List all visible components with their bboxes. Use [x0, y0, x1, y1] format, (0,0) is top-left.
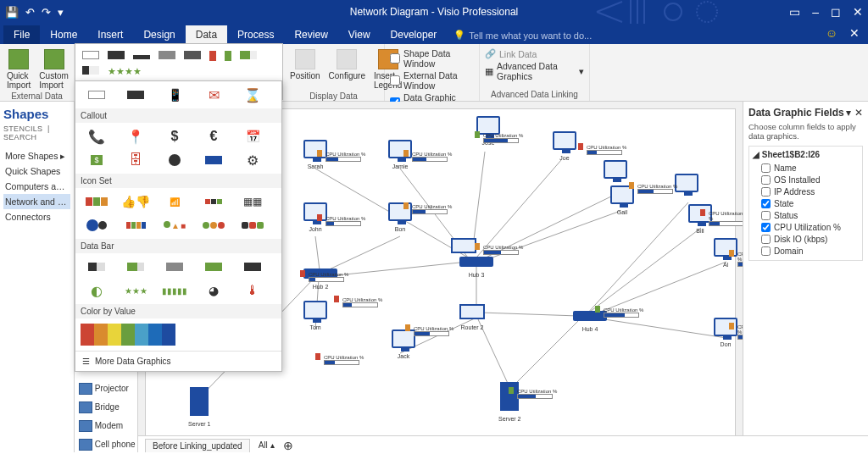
- node-Jack[interactable]: Jack: [392, 329, 415, 359]
- more-data-graphics[interactable]: ☰More Data Graphics: [75, 351, 281, 371]
- dgf-field-status[interactable]: Status: [753, 209, 859, 221]
- svg-line-19: [510, 321, 578, 389]
- dgf-field-os-installed[interactable]: OS Installed: [753, 174, 859, 185]
- stencil-projector[interactable]: Projector: [76, 379, 138, 398]
- dg-style-5[interactable]: [184, 51, 201, 59]
- tab-file[interactable]: File: [3, 25, 40, 44]
- add-sheet-icon[interactable]: ⊕: [283, 439, 293, 452]
- bulb-icon: 💡: [453, 30, 465, 41]
- cpu-databar: CPU Utilization %: [309, 272, 348, 282]
- ribbon-options-icon[interactable]: ▭: [789, 5, 800, 19]
- link-icon: 🔗: [485, 48, 496, 59]
- smiley-icon[interactable]: ☺: [826, 26, 837, 40]
- node-Server 1[interactable]: Server 1: [188, 387, 210, 427]
- tab-process[interactable]: Process: [227, 25, 284, 44]
- cpu-databar: CPU Utilization %: [412, 152, 452, 162]
- stencil-bridge[interactable]: Bridge: [76, 398, 138, 417]
- svg-line-13: [324, 236, 400, 272]
- dgf-dropdown-icon[interactable]: ▾: [846, 107, 851, 119]
- dgf-field-domain[interactable]: Domain: [753, 245, 859, 257]
- tab-home[interactable]: Home: [40, 25, 87, 44]
- node-Joe[interactable]: Joe: [553, 131, 576, 161]
- tell-me[interactable]: 💡Tell me what you want to do...: [453, 30, 592, 44]
- stars-icon[interactable]: ★★★★: [108, 66, 142, 77]
- dgf-root[interactable]: ◢ Sheet1$B2:I26: [753, 150, 859, 159]
- dgf-close-icon[interactable]: ✕: [854, 107, 863, 119]
- menubar: File Home Insert Design Data Process Rev…: [0, 24, 868, 44]
- window-title: Network Diagram - Visio Professional: [350, 6, 519, 18]
- more-shapes[interactable]: More Shapes ▸: [3, 148, 70, 163]
- data-graphic-fields-pane: ▾✕ Data Graphic Fields Choose column fie…: [743, 102, 868, 452]
- tab-developer[interactable]: Developer: [381, 25, 448, 44]
- dg-style-4[interactable]: [159, 51, 175, 59]
- shapes-pane: Shapes STENCILS | SEARCH More Shapes ▸ Q…: [0, 102, 75, 452]
- menubar-close-icon[interactable]: ✕: [849, 26, 860, 40]
- configure-button: Configure: [327, 47, 367, 91]
- node-Gail[interactable]: Gail: [610, 185, 634, 215]
- cpu-databar: CPU Utilization %: [483, 245, 523, 255]
- dg-style-1[interactable]: [82, 51, 99, 59]
- svg-line-12: [315, 236, 320, 270]
- flag-green-icon[interactable]: [225, 51, 231, 61]
- tab-view[interactable]: View: [338, 25, 381, 44]
- cpu-databar: CPU Utilization %: [709, 211, 743, 226]
- stencil-cell-phone[interactable]: Cell phone: [76, 435, 138, 454]
- node-John[interactable]: John: [303, 202, 327, 232]
- cpu-databar: CPU Utilization %: [587, 145, 626, 155]
- qat-more-icon[interactable]: ▾: [58, 6, 64, 19]
- node-rtr[interactable]: [451, 238, 476, 258]
- list-icon: ☰: [82, 357, 90, 366]
- dgf-field-state[interactable]: State: [753, 197, 859, 209]
- save-icon[interactable]: 💾: [5, 6, 19, 19]
- cpu-databar: CPU Utilization %: [342, 297, 382, 307]
- stencil-modem[interactable]: Modem: [76, 417, 138, 435]
- undo-icon[interactable]: ↶: [25, 6, 35, 19]
- dgf-field-name[interactable]: Name: [753, 162, 859, 174]
- tab-data[interactable]: Data: [186, 25, 227, 44]
- tab-design[interactable]: Design: [133, 25, 185, 44]
- flag-red-icon[interactable]: [209, 51, 216, 61]
- group-label-display-data: Display Data: [288, 91, 379, 101]
- dgf-field-disk-io-kbps-[interactable]: Disk IO (kbps): [753, 233, 859, 245]
- tab-review[interactable]: Review: [284, 25, 337, 44]
- dgf-field-ip-address[interactable]: IP Address: [753, 185, 859, 197]
- cpu-databar: CPU Utilization %: [517, 389, 557, 399]
- dgf-field-cpu-utilization-[interactable]: CPU Utilization %: [753, 221, 859, 233]
- svg-line-5: [476, 160, 561, 257]
- custom-import-button[interactable]: Custom Import: [37, 47, 70, 91]
- quick-shapes[interactable]: Quick Shapes: [3, 163, 70, 179]
- cpu-databar: CPU Utilization %: [637, 184, 677, 194]
- graphics-icon: ▦: [485, 66, 493, 76]
- section-callout: Callout: [75, 108, 281, 123]
- external-data-window-check[interactable]: External Data Window: [390, 69, 474, 91]
- node-Tom[interactable]: Tom: [303, 301, 327, 330]
- maximize-icon[interactable]: ◻: [831, 5, 841, 19]
- node-pc[interactable]: [675, 174, 698, 197]
- link-data-button: 🔗Link Data: [485, 47, 584, 60]
- cpu-databar: CPU Utilization %: [483, 133, 523, 143]
- node-Hub 4[interactable]: Hub 4: [573, 311, 607, 332]
- node-Sarah[interactable]: Sarah: [303, 140, 327, 169]
- tab-insert[interactable]: Insert: [87, 25, 133, 44]
- network-peripherals[interactable]: Network and Peripherals: [3, 194, 70, 209]
- shape-data-window-check[interactable]: Shape Data Window: [390, 47, 474, 69]
- quick-import-button[interactable]: Quick Import: [5, 47, 32, 91]
- minimize-icon[interactable]: –: [812, 5, 819, 19]
- dg-bar-2[interactable]: [82, 66, 99, 75]
- connectors[interactable]: Connectors: [3, 209, 70, 224]
- adv-data-graphics-button[interactable]: ▦Advanced Data Graphics ▾: [485, 60, 584, 82]
- node-pc[interactable]: [604, 160, 627, 184]
- cpu-databar: CPU Utilization %: [604, 307, 643, 318]
- node-Router 2[interactable]: Router 2: [459, 304, 485, 330]
- sheet-tab[interactable]: Before Linking_updated: [145, 439, 250, 452]
- redo-icon[interactable]: ↷: [42, 6, 51, 19]
- computers-monitors[interactable]: Computers and Monitors: [3, 179, 70, 194]
- dg-style-3[interactable]: [133, 51, 150, 59]
- data-graphics-dropdown: 📱 ✉ ⌛ Callout 📞 📍 $ € 📅 $ 🗄 ⚙ Icon Set 👍…: [75, 80, 282, 372]
- close-icon[interactable]: ✕: [853, 5, 863, 19]
- svg-line-9: [587, 228, 701, 314]
- dg-bar-1[interactable]: [240, 51, 257, 59]
- node-Hub 3[interactable]: Hub 3: [459, 257, 493, 278]
- dg-style-2[interactable]: [108, 51, 125, 59]
- all-pages[interactable]: All ▴: [259, 440, 275, 450]
